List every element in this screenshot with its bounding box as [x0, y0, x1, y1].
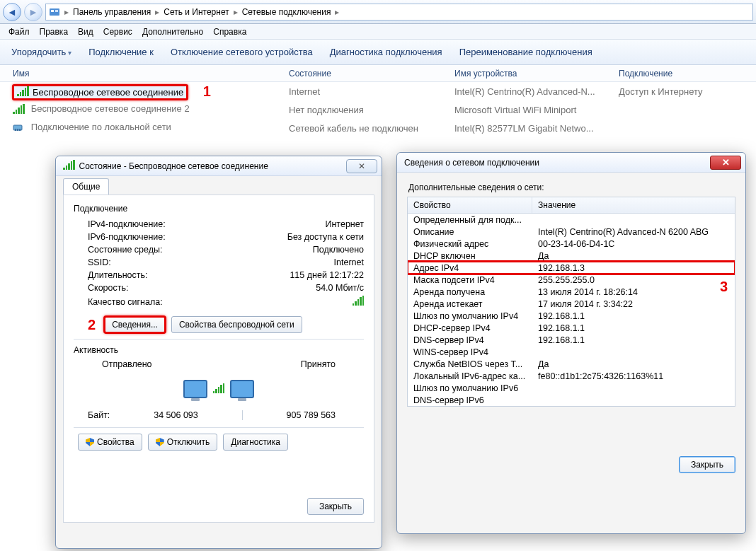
breadcrumb-seg-1[interactable]: Панель управления: [73, 7, 151, 17]
label-sent: Отправлено: [102, 359, 152, 369]
property-value: [532, 346, 735, 358]
property-value: 192.168.1.1: [532, 310, 735, 322]
group-connection: Подключение: [74, 204, 364, 214]
signal-strength-icon: [353, 296, 365, 308]
tab-strip: Общие: [56, 176, 382, 195]
disable-button[interactable]: Отключить: [148, 434, 218, 451]
chevron-right-icon: ▸: [333, 7, 340, 17]
column-name[interactable]: Имя: [13, 69, 289, 79]
list-item[interactable]: Беспроводное сетевое соединение 1 Intern…: [0, 82, 756, 100]
details-dialog: Сведения о сетевом подключении ✕ Дополни…: [396, 152, 746, 534]
table-row[interactable]: DNS-сервер IPv6: [408, 394, 735, 406]
wifi-icon: [213, 383, 225, 395]
property-value: 192.168.1.3: [532, 262, 735, 274]
connection-state: Сетевой кабель не подключен: [289, 123, 418, 134]
nav-back-button[interactable]: ◄: [3, 3, 21, 21]
table-row[interactable]: Определенный для подк...: [408, 214, 735, 226]
breadcrumb-seg-2[interactable]: Сеть и Интернет: [164, 7, 229, 17]
breadcrumb-seg-3[interactable]: Сетевые подключения: [242, 7, 331, 17]
property-value: Intel(R) Centrino(R) Advanced-N 6200 ABG: [532, 226, 735, 238]
menu-help[interactable]: Справка: [213, 27, 246, 37]
svg-rect-2: [55, 10, 58, 12]
property-value: 192.168.1.1: [532, 334, 735, 346]
list-item[interactable]: Подключение по локальной сети Сетевой ка…: [0, 119, 756, 137]
details-button[interactable]: Сведения...: [104, 316, 166, 333]
close-button[interactable]: Закрыть: [307, 498, 364, 515]
cmd-diagnose[interactable]: Диагностика подключения: [330, 47, 442, 57]
column-conn[interactable]: Подключение: [619, 69, 756, 79]
close-button[interactable]: ✕: [346, 159, 377, 173]
column-property[interactable]: Свойство: [408, 197, 532, 213]
menu-view[interactable]: Вид: [78, 27, 93, 37]
command-bar: Упорядочить Подключение к Отключение сет…: [0, 40, 756, 65]
table-row[interactable]: ОписаниеIntel(R) Centrino(R) Advanced-N …: [408, 226, 735, 238]
dialog-titlebar[interactable]: Сведения о сетевом подключении ✕: [397, 153, 745, 173]
column-state[interactable]: Состояние: [289, 69, 454, 79]
chevron-right-icon: ▸: [232, 7, 239, 17]
connection-name: Подключение по локальной сети: [31, 122, 171, 132]
table-row[interactable]: Локальный IPv6-адрес ка...fe80::d1b1:2c7…: [408, 370, 735, 382]
connection-name: Беспроводное сетевое соединение 2: [31, 103, 190, 114]
breadcrumb[interactable]: ▸ Панель управления ▸ Сеть и Интернет ▸ …: [45, 4, 753, 21]
svg-rect-1: [51, 10, 54, 12]
menu-service[interactable]: Сервис: [103, 27, 132, 37]
menu-file[interactable]: Файл: [8, 27, 30, 37]
cmd-connect-to[interactable]: Подключение к: [88, 47, 154, 57]
close-button[interactable]: Закрыть: [679, 456, 735, 473]
cmd-disable[interactable]: Отключение сетевого устройства: [171, 47, 313, 57]
property-name: Служба NetBIOS через T...: [408, 358, 532, 370]
wireless-properties-button[interactable]: Свойства беспроводной сети: [171, 316, 302, 333]
monitor-icon: [183, 380, 207, 398]
table-row[interactable]: DHCP включенДа: [408, 250, 735, 262]
table-row[interactable]: DNS-сервер IPv4192.168.1.1: [408, 334, 735, 346]
details-subtitle: Дополнительные сведения о сети:: [408, 182, 735, 192]
diagnose-button[interactable]: Диагностика: [223, 434, 288, 451]
table-row[interactable]: WINS-сервер IPv4: [408, 346, 735, 358]
list-header: Имя Состояние Имя устройства Подключение: [0, 65, 756, 82]
cmd-organize[interactable]: Упорядочить: [11, 47, 71, 57]
dialog-title: Состояние - Беспроводное сетевое соедине…: [79, 161, 268, 171]
close-button[interactable]: ✕: [710, 156, 741, 170]
wifi-icon: [63, 160, 75, 172]
nav-forward-button[interactable]: ►: [24, 3, 42, 21]
property-value: [532, 214, 735, 226]
table-row[interactable]: Аренда истекает17 июля 2014 г. 3:34:22: [408, 298, 735, 310]
group-activity: Активность: [74, 345, 364, 355]
property-value: 00-23-14-06-D4-1C: [532, 238, 735, 250]
column-value[interactable]: Значение: [532, 197, 735, 213]
divider: [242, 410, 243, 420]
table-row[interactable]: Шлюз по умолчанию IPv6: [408, 382, 735, 394]
shield-icon: [156, 438, 164, 446]
dialog-titlebar[interactable]: Состояние - Беспроводное сетевое соедине…: [56, 156, 382, 176]
tab-general[interactable]: Общие: [63, 178, 109, 195]
table-row[interactable]: Маска подсети IPv4255.255.255.0: [408, 274, 735, 286]
control-panel-icon: [49, 6, 60, 18]
connection-name: Беспроводное сетевое соединение: [33, 87, 183, 98]
connection-device: Intel(R) Centrino(R) Advanced-N...: [454, 86, 595, 97]
menu-extra[interactable]: Дополнительно: [142, 27, 203, 37]
svg-rect-4: [15, 129, 16, 131]
cmd-rename[interactable]: Переименование подключения: [459, 47, 592, 57]
connection-state: Нет подключения: [289, 105, 364, 115]
menu-edit[interactable]: Правка: [40, 27, 69, 37]
property-name: Физический адрес: [408, 238, 532, 250]
window-titlebar: ◄ ► ▸ Панель управления ▸ Сеть и Интерне…: [0, 0, 756, 24]
annotation-step-3: 3: [720, 279, 728, 295]
column-device[interactable]: Имя устройства: [454, 69, 619, 79]
list-item[interactable]: Беспроводное сетевое соединение 2 Нет по…: [0, 100, 756, 119]
properties-button[interactable]: Свойства: [78, 434, 142, 451]
table-row[interactable]: DHCP-сервер IPv4192.168.1.1: [408, 322, 735, 334]
table-row[interactable]: Адрес IPv4192.168.1.3: [408, 262, 735, 274]
connection-access: Доступ к Интернету: [619, 86, 703, 97]
label-ipv6: IPv6-подключение:: [88, 232, 166, 242]
property-name: Описание: [408, 226, 532, 238]
connection-state: Internet: [289, 86, 320, 97]
table-row[interactable]: Шлюз по умолчанию IPv4192.168.1.1: [408, 310, 735, 322]
table-row[interactable]: Физический адрес00-23-14-06-D4-1C: [408, 238, 735, 250]
table-row[interactable]: Служба NetBIOS через T...Да: [408, 358, 735, 370]
chevron-right-icon: ▸: [154, 7, 161, 17]
details-grid: Свойство Значение Определенный для подк.…: [407, 197, 735, 407]
property-value: fe80::d1b1:2c75:4326:1163%11: [532, 370, 735, 382]
property-value: 13 июля 2014 г. 18:26:14: [532, 286, 735, 298]
table-row[interactable]: Аренда получена13 июля 2014 г. 18:26:14: [408, 286, 735, 298]
